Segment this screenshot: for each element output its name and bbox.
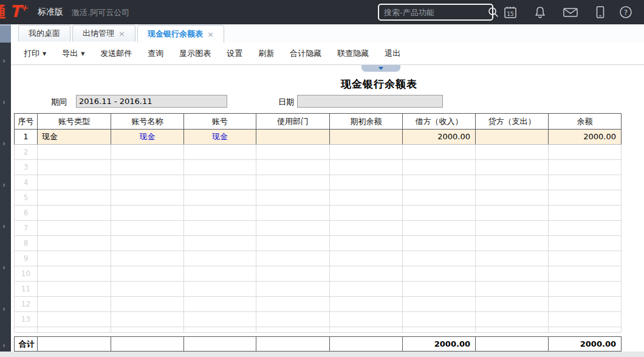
- cell-seq: 1: [14, 130, 38, 145]
- brand-logo-tplus: T+: [10, 2, 27, 21]
- export-button[interactable]: 导出▼: [54, 43, 92, 64]
- show-chart-button[interactable]: 显示图表: [171, 43, 219, 64]
- mobile-icon[interactable]: [594, 5, 606, 19]
- empty-cell: [184, 221, 256, 236]
- empty-cell: [256, 327, 330, 333]
- column-header-account-name: 账号名称: [111, 113, 184, 130]
- sidebar-expand-chevron-icon[interactable]: ›: [2, 306, 5, 312]
- empty-cell: [549, 206, 622, 221]
- empty-cell: [38, 327, 111, 333]
- empty-cell: [14, 327, 38, 333]
- tab-label: 我的桌面: [29, 28, 60, 39]
- empty-cell: [330, 297, 403, 312]
- tab-cashier-management[interactable]: 出纳管理×: [72, 25, 135, 41]
- empty-cell: [111, 327, 184, 333]
- query-button[interactable]: 查询: [140, 43, 171, 64]
- empty-cell: [549, 327, 622, 333]
- empty-cell: [184, 175, 256, 190]
- mail-icon[interactable]: [563, 5, 578, 19]
- toolbar-collapse-handle[interactable]: [361, 65, 400, 72]
- empty-cell: [549, 145, 622, 160]
- svg-text:15: 15: [507, 11, 513, 17]
- total-department: [256, 336, 330, 352]
- empty-cell: [111, 145, 184, 160]
- close-icon[interactable]: ×: [118, 29, 125, 38]
- empty-cell: [330, 160, 403, 175]
- empty-cell: [111, 206, 184, 221]
- sidebar-expand-chevron-icon[interactable]: ›: [2, 265, 5, 271]
- empty-cell: [549, 236, 622, 251]
- empty-cell: [403, 251, 476, 266]
- tab-cash-bank-balance-report[interactable]: 现金银行余额表×: [137, 25, 224, 43]
- empty-cell: [330, 206, 403, 221]
- total-hide-button[interactable]: 合计隐藏: [282, 43, 329, 64]
- sidebar-expand-chevron-icon[interactable]: ›: [2, 182, 5, 188]
- sidebar-expand-chevron-icon[interactable]: ›: [2, 58, 5, 64]
- table-row-empty: 10: [14, 266, 622, 282]
- table-row-empty: 5: [14, 190, 622, 206]
- cell-account-no[interactable]: 现金: [184, 130, 256, 145]
- empty-cell: [184, 327, 256, 333]
- button-label: 刷新: [258, 48, 274, 59]
- empty-cell: [476, 251, 549, 266]
- sidebar-expand-chevron-icon[interactable]: ›: [2, 223, 5, 229]
- empty-cell: [38, 160, 111, 175]
- empty-cell: [549, 297, 622, 312]
- search-input[interactable]: [379, 8, 487, 17]
- empty-cell: [330, 312, 403, 327]
- column-header-credit-expense: 贷方（支出）: [476, 113, 549, 130]
- chevron-down-icon: [379, 67, 383, 70]
- empty-cell: [256, 175, 330, 190]
- sidebar-expand-chevron-icon[interactable]: ›: [2, 99, 5, 105]
- sidebar-expand-chevron-icon[interactable]: ›: [2, 140, 5, 147]
- exit-button[interactable]: 退出: [377, 43, 408, 64]
- empty-cell: [111, 297, 184, 312]
- balance-table: 序号账号类型账号名称账号使用部门期初余额借方（收入）贷方（支出）余额1现金现金现…: [14, 113, 622, 333]
- total-opening-balance: [330, 336, 403, 352]
- table-row-empty: 9: [14, 251, 622, 266]
- top-bar: 通 T+ 标准版 激活.阿可云公司 15 ?: [0, 0, 644, 24]
- total-label: 合计: [14, 336, 38, 352]
- bell-icon[interactable]: [533, 5, 547, 19]
- empty-cell: [38, 175, 111, 190]
- table-row-empty: 4: [14, 175, 622, 190]
- empty-cell: [476, 312, 549, 327]
- column-header-opening-balance: 期初余额: [330, 113, 403, 130]
- sidebar-expand-chevron-icon[interactable]: ›: [2, 342, 5, 348]
- empty-cell: [184, 160, 256, 175]
- activation-label: 激活.阿可云公司: [72, 7, 129, 18]
- send-mail-button[interactable]: 发送邮件: [92, 43, 140, 64]
- empty-cell: [476, 221, 549, 236]
- refresh-button[interactable]: 刷新: [250, 43, 282, 64]
- empty-cell: [549, 221, 622, 236]
- search-icon[interactable]: [487, 6, 499, 18]
- tab-my-desktop[interactable]: 我的桌面: [18, 25, 70, 41]
- cell-account-name[interactable]: 现金: [111, 130, 184, 145]
- row-number: 2: [14, 145, 38, 160]
- table-row-partial: [14, 327, 622, 333]
- empty-cell: [403, 160, 476, 175]
- product-search-box[interactable]: [378, 4, 493, 21]
- calendar-icon[interactable]: 15: [503, 5, 518, 19]
- close-icon[interactable]: ×: [207, 30, 214, 39]
- empty-cell: [256, 190, 330, 206]
- linkquery-hide-button[interactable]: 联查隐藏: [329, 43, 377, 64]
- column-header-account-type: 账号类型: [38, 113, 111, 130]
- bottom-status-strip: [0, 352, 644, 357]
- svg-text:?: ?: [624, 9, 628, 17]
- table-row-empty: 12: [14, 297, 622, 312]
- empty-cell: [111, 221, 184, 236]
- date-value-field[interactable]: [297, 95, 443, 108]
- empty-cell: [184, 236, 256, 251]
- empty-cell: [403, 190, 476, 206]
- period-value-field[interactable]: 2016.11 - 2016.11: [76, 95, 227, 108]
- empty-cell: [476, 206, 549, 221]
- column-header-balance: 余额: [549, 113, 622, 130]
- empty-cell: [184, 206, 256, 221]
- help-icon[interactable]: ?: [618, 5, 633, 19]
- empty-cell: [256, 251, 330, 266]
- empty-cell: [111, 236, 184, 251]
- settings-button[interactable]: 设置: [219, 43, 250, 64]
- button-label: 联查隐藏: [337, 48, 369, 59]
- print-button[interactable]: 打印▼: [16, 43, 54, 64]
